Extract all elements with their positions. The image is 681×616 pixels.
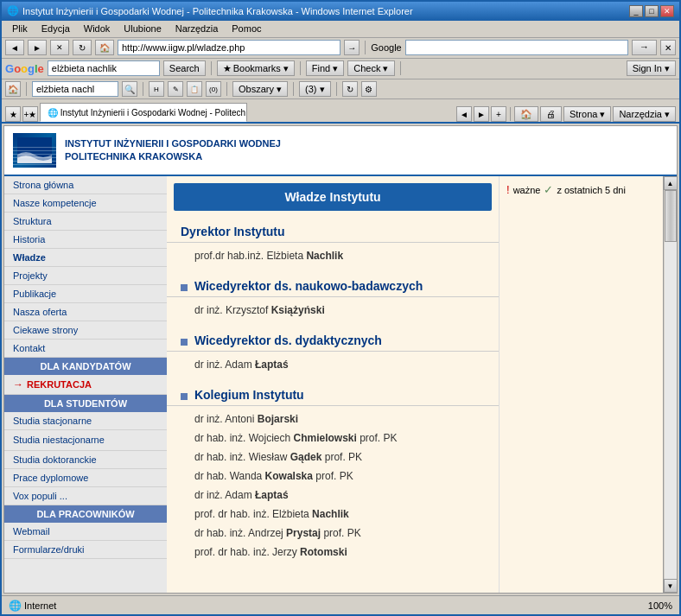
bookmarks-button[interactable]: ★ Bookmarks ▾: [217, 60, 295, 76]
search-go-button[interactable]: →: [632, 40, 657, 55]
section-dyrektor-title: Dyrektor Instytutu: [167, 218, 499, 243]
nav-home[interactable]: Strona główna: [4, 176, 167, 194]
section-bullet2: [181, 339, 188, 346]
go-button[interactable]: →: [344, 40, 360, 55]
tabs-bar: ★ +★ 🌐 Instytut Inżynierii i Gospodarki …: [2, 99, 679, 124]
nav-wladze[interactable]: Władze: [4, 249, 167, 267]
edit-button[interactable]: 📋: [187, 81, 202, 97]
person-bojarski: dr inż. Antoni Bojarski: [167, 410, 499, 429]
person-laptas1-bold: Łaptaś: [255, 359, 289, 371]
google-search-input[interactable]: [405, 40, 628, 55]
secondary-search-input[interactable]: [32, 81, 118, 97]
nav-publications[interactable]: Publikacje: [4, 285, 167, 303]
tab-scroll-right[interactable]: ►: [474, 106, 489, 122]
secondary-search-button[interactable]: 🔍: [122, 81, 137, 97]
bookmarks-label: Bookmarks ▾: [233, 63, 289, 74]
nav-vox-populi[interactable]: Vox populi ...: [4, 487, 167, 505]
favorites-star[interactable]: ★: [5, 106, 21, 122]
scroll-thumb[interactable]: [665, 190, 677, 242]
obszary-button[interactable]: Obszary ▾: [232, 81, 288, 97]
highlight-button[interactable]: H: [149, 81, 164, 97]
menu-view[interactable]: Widok: [77, 22, 118, 35]
search-stop-button[interactable]: ✕: [660, 40, 676, 55]
google-toolbar: Google Search ★ Bookmarks ▾ Find ▾ Check…: [2, 59, 679, 79]
refresh-button[interactable]: ↻: [73, 40, 92, 55]
address-input[interactable]: [118, 40, 340, 55]
google-search-field[interactable]: [48, 60, 160, 76]
section-kolegium-title: Kolegium Instytutu: [167, 381, 499, 406]
check-button[interactable]: Check ▾: [347, 60, 394, 76]
nav-section-workers: DLA PRACOWNIKÓW: [4, 505, 167, 523]
person-laptas2-bold: Łaptaś: [255, 489, 289, 501]
tab-0[interactable]: 🌐 Instytut Inżynierii i Gospodarki Wodne…: [40, 103, 247, 122]
back-button[interactable]: ◄: [5, 40, 24, 55]
right-panel-icons: ! ważne ✓ z ostatnich 5 dni: [506, 183, 656, 196]
menu-edit[interactable]: Edycja: [35, 22, 77, 35]
home-tab-button[interactable]: 🏠: [514, 106, 538, 122]
minimize-button[interactable]: _: [629, 5, 643, 17]
signin-button[interactable]: Sign In ▾: [627, 60, 676, 76]
nav-studia-stacjonarne[interactable]: Studia stacjonarne: [4, 412, 167, 430]
count-button[interactable]: (3) ▾: [299, 81, 331, 97]
nav-rekrutacja[interactable]: → REKRUTACJA: [4, 375, 167, 395]
bookmarks-icon: ★: [223, 63, 232, 74]
close-button[interactable]: ✕: [660, 5, 674, 17]
menu-favorites[interactable]: Ulubione: [117, 22, 168, 35]
marker-button[interactable]: ✎: [168, 81, 183, 97]
page-button[interactable]: Strona ▾: [563, 106, 611, 122]
maximize-button[interactable]: □: [645, 5, 659, 17]
scroll-track[interactable]: [665, 190, 677, 579]
nav-contact[interactable]: Kontakt: [4, 340, 167, 358]
tab-scroll-left[interactable]: ◄: [456, 106, 472, 122]
scroll-up-button[interactable]: ▲: [664, 176, 678, 190]
nav-interesting[interactable]: Ciekawe strony: [4, 321, 167, 340]
person-kowalska-bold: Kowalska: [265, 470, 313, 482]
nav-offer[interactable]: Nasza oferta: [4, 303, 167, 321]
nav-webmail[interactable]: Webmail: [4, 523, 167, 541]
nav-studia-doktoranckie[interactable]: Studia doktoranckie: [4, 451, 167, 469]
sep9: [510, 107, 511, 121]
tools-button[interactable]: Narzędzia ▾: [613, 106, 676, 122]
window-title: Instytut Inżynierii i Gospodarki Wodnej …: [22, 6, 413, 16]
home-small-button[interactable]: 🏠: [5, 81, 21, 97]
window: 🌐 Instytut Inżynierii i Gospodarki Wodne…: [0, 0, 681, 616]
google-logo: Google: [5, 62, 44, 75]
settings-button[interactable]: ⚙: [361, 81, 377, 97]
forward-button[interactable]: ►: [28, 40, 47, 55]
menu-help[interactable]: Pomoc: [225, 22, 268, 35]
institute-name-line2: POLITECHNIKA KRAKOWSKA: [65, 150, 281, 163]
counter-button[interactable]: (0): [206, 81, 221, 97]
tab-favicon: 🌐: [48, 108, 58, 117]
nav-history[interactable]: Historia: [4, 231, 167, 249]
person-nachlik: prof.dr hab.inż. Elżbieta Nachlik: [167, 246, 499, 265]
menu-file[interactable]: Plik: [5, 22, 35, 35]
check-label: Check ▾: [353, 63, 388, 74]
section-wice1-title: Wicedyrektor ds. naukowo-badawczych: [167, 272, 499, 297]
new-tab-button[interactable]: +: [491, 106, 506, 122]
nav-structure[interactable]: Struktura: [4, 213, 167, 231]
print-button[interactable]: 🖨: [540, 106, 562, 122]
zoom-label: 100%: [648, 600, 672, 611]
nav-formularze[interactable]: Formularze/druki: [4, 541, 167, 559]
scroll-down-button[interactable]: ▼: [664, 579, 678, 593]
person-chmielowski: dr hab. inż. Wojciech Chmielowski prof. …: [167, 429, 499, 448]
find-button[interactable]: Find ▾: [306, 60, 344, 76]
person-rotomski-bold: Rotomski: [300, 546, 347, 558]
home-button[interactable]: 🏠: [95, 40, 114, 55]
search-button[interactable]: Search: [163, 60, 206, 76]
google-label: Google: [371, 42, 401, 53]
menu-tools[interactable]: Narzędzia: [169, 22, 226, 35]
section-kolegium-label: Kolegium Instytutu: [194, 388, 304, 402]
nav-prace-dyplomowe[interactable]: Prace dyplomowe: [4, 469, 167, 487]
person-laptas2: dr inż. Adam Łaptaś: [167, 486, 499, 505]
stop-button[interactable]: ✕: [50, 40, 69, 55]
add-favorite-button[interactable]: +★: [22, 106, 38, 122]
institute-name: INSTYTUT INŻYNIERII I GOSPODARKI WODNEJ …: [65, 137, 281, 164]
nav-competence[interactable]: Nasze kompetencje: [4, 194, 167, 213]
person-ksiazyn-bold: Książyński: [271, 304, 325, 316]
nav-studia-niestacjonarne[interactable]: Studia niestacjonarne: [4, 430, 167, 450]
nav-projects[interactable]: Projekty: [4, 267, 167, 285]
obszary-label: Obszary ▾: [239, 84, 282, 95]
nav-section-candidates: DLA KANDYDATÓW: [4, 358, 167, 375]
refresh-small[interactable]: ↻: [342, 81, 358, 97]
